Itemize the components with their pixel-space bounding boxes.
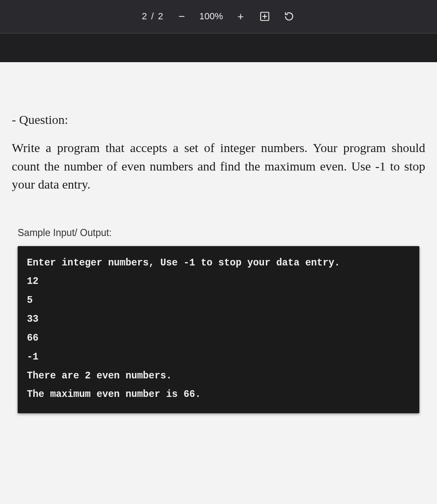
sample-io-label: Sample Input/ Output: (18, 227, 425, 239)
question-text: Write a program that accepts a set of in… (12, 139, 425, 194)
console-line: There are 2 even numbers. (27, 367, 410, 386)
console-line: 12 (27, 272, 410, 291)
zoom-out-button[interactable]: − (176, 10, 187, 23)
console-output: Enter integer numbers, Use -1 to stop yo… (18, 246, 419, 414)
console-line: 5 (27, 291, 410, 310)
viewer-background-gap (0, 33, 437, 62)
console-line: 66 (27, 329, 410, 348)
page-indicator: 2 / 2 (142, 11, 164, 22)
console-line: Enter integer numbers, Use -1 to stop yo… (27, 254, 410, 273)
document-page: - Question: Write a program that accepts… (0, 62, 437, 504)
pdf-toolbar: 2 / 2 − 100% + (0, 0, 437, 33)
zoom-in-button[interactable]: + (235, 10, 247, 23)
console-line: -1 (27, 348, 410, 367)
console-line: 33 (27, 310, 410, 329)
zoom-level: 100% (199, 11, 223, 22)
fit-page-icon[interactable] (258, 10, 271, 23)
question-heading: - Question: (12, 113, 425, 127)
rotate-icon[interactable] (283, 10, 295, 23)
console-line: The maximum even number is 66. (27, 385, 410, 404)
